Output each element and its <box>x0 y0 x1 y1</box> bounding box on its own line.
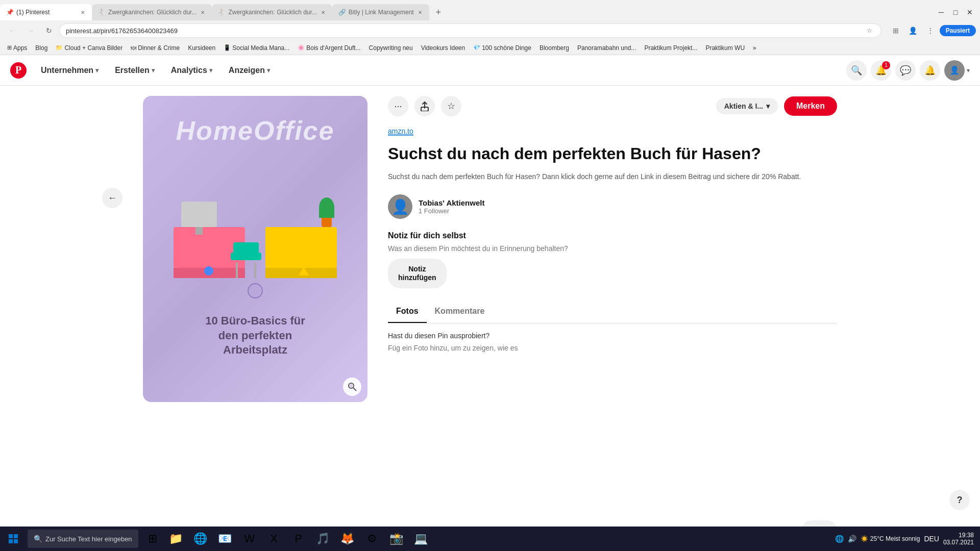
pin-image-wrapper: HomeOffice <box>143 96 368 402</box>
paused-badge[interactable]: Pausiert <box>940 25 976 36</box>
minimize-button[interactable]: ─ <box>935 6 947 18</box>
close-button[interactable]: ✕ <box>964 6 976 18</box>
taskbar-time[interactable]: 19:38 03.07.2021 <box>943 532 974 546</box>
note-section: Notiz für dich selbst Was an diesem Pin … <box>388 231 837 288</box>
apps-icon: ⊞ <box>7 44 12 51</box>
notifications-button[interactable]: 🔔 1 <box>871 60 891 81</box>
bookmark-dinner[interactable]: 🍽 Dinner & Crime <box>128 43 183 53</box>
nav-erstellen[interactable]: Erstellen ▾ <box>109 62 161 79</box>
share-button[interactable] <box>414 96 435 116</box>
nav-analytics[interactable]: Analytics ▾ <box>165 62 218 79</box>
bookmark-praktikum[interactable]: Praktikum Projekt... <box>641 43 700 53</box>
taskbar-app-firefox[interactable]: 🦊 <box>336 528 359 550</box>
taskbar-app-photos[interactable]: 📸 <box>385 528 408 550</box>
bookmark-cloud[interactable]: 📁 Cloud + Canva Bilder <box>53 43 126 53</box>
spotify-icon: 🎵 <box>316 532 330 545</box>
network-icon[interactable]: 🌐 <box>835 535 844 543</box>
bois-icon: 🌸 <box>298 44 305 51</box>
merken-button[interactable]: Merken <box>784 96 837 116</box>
logo-letter: P <box>15 64 21 76</box>
excel-icon: X <box>270 532 278 545</box>
board-dropdown-button[interactable]: Aktien & I... ▾ <box>716 98 778 114</box>
forward-button[interactable]: → <box>22 22 39 39</box>
new-tab-button[interactable]: + <box>431 5 446 19</box>
word-icon: W <box>244 532 255 545</box>
taskbar-app-mail[interactable]: 📧 <box>214 528 236 550</box>
tab-fotos[interactable]: Fotos <box>388 300 427 323</box>
explorer-icon: 📁 <box>169 532 183 545</box>
address-bar: ← → ↻ pinterest.at/pin/61762653640082346… <box>0 20 980 41</box>
tab-rabbit1[interactable]: 🐇 Zwergkaninchen: Glücklich dur... ✕ <box>92 4 212 20</box>
extensions-icon[interactable]: ⊞ <box>888 22 904 39</box>
bookmark-videokurs[interactable]: Videokurs Ideen <box>418 43 469 53</box>
bookmark-blog[interactable]: Blog <box>32 43 51 53</box>
star-button[interactable]: ☆ <box>441 96 461 116</box>
bookmark-bloomberg[interactable]: Bloomberg <box>536 43 572 53</box>
bookmark-100[interactable]: 💎 100 schöne Dinge <box>470 43 534 53</box>
profile-button[interactable]: 👤 ▾ <box>944 60 970 81</box>
author-avatar: 👤 <box>388 194 412 219</box>
tab-bitly[interactable]: 🔗 Bitly | Link Management ✕ <box>332 4 429 20</box>
updates-button[interactable]: 🔔 <box>920 60 940 81</box>
taskbar-weather[interactable]: ☀️ 25°C Meist sonnig <box>861 535 920 542</box>
tab-rabbit2[interactable]: 🐇 Zwergkaninchen: Glücklich dur... ✕ <box>212 4 332 20</box>
bookmark-social[interactable]: 📱 Social Media Mana... <box>220 43 292 53</box>
bookmark-kursideen[interactable]: Kursideen <box>185 43 218 53</box>
taskbar-app-explorer[interactable]: 📁 <box>165 528 187 550</box>
bookmark-panorama[interactable]: Panoramabahn und... <box>574 43 639 53</box>
pinterest-logo[interactable]: P <box>10 62 27 79</box>
nav-anzeigen[interactable]: Anzeigen ▾ <box>223 62 276 79</box>
svg-line-1 <box>353 388 356 391</box>
source-link[interactable]: amzn.to <box>388 127 413 136</box>
start-button[interactable] <box>2 528 24 550</box>
bookmark-copywriting[interactable]: Copywriting neu <box>366 43 416 53</box>
nav-unternehmen[interactable]: Unternehmen ▾ <box>35 62 105 79</box>
back-button[interactable]: ← <box>4 22 20 39</box>
more-options-button[interactable]: ··· <box>388 96 408 116</box>
taskbar-app-terminal[interactable]: 💻 <box>410 528 432 550</box>
pin-author[interactable]: 👤 Tobias' Aktienwelt 1 Follower <box>388 194 837 219</box>
taskbar-app-word[interactable]: W <box>238 528 261 550</box>
tab-close-bitly[interactable]: ✕ <box>417 9 423 16</box>
taskbar-date-display: 03.07.2021 <box>943 539 974 546</box>
mail-icon: 📧 <box>218 532 232 545</box>
tab-close-pinterest[interactable]: ✕ <box>80 9 86 16</box>
bookmark-bois[interactable]: 🌸 Bois d'Argent Duft... <box>295 43 363 53</box>
pin-actions: ··· ☆ Aktien & I... <box>388 96 837 116</box>
search-glass-icon: 🔍 <box>34 535 42 543</box>
bookmark-apps[interactable]: ⊞ Apps <box>4 43 30 53</box>
bookmark-star-icon[interactable]: ☆ <box>865 26 875 36</box>
url-text: pinterest.at/pin/617626536400823469 <box>66 27 865 35</box>
tab-close-rabbit1[interactable]: ✕ <box>200 9 206 16</box>
settings-icon[interactable]: ⋮ <box>922 22 939 39</box>
help-button[interactable]: ? <box>949 490 970 510</box>
messages-button[interactable]: 💬 <box>895 60 916 81</box>
speaker-icon[interactable]: 🔊 <box>848 535 856 543</box>
add-note-button[interactable]: Notiz hinzufügen <box>388 259 447 288</box>
maximize-button[interactable]: □ <box>949 6 962 18</box>
taskbar-app-settings[interactable]: ⚙ <box>361 528 383 550</box>
tab-close-rabbit2[interactable]: ✕ <box>320 9 326 16</box>
search-button[interactable]: 🔍 <box>846 60 867 81</box>
taskbar-task-view[interactable]: ⊞ <box>141 528 164 550</box>
bookmark-more[interactable]: » <box>750 43 760 53</box>
tab-pinterest[interactable]: 📌 (1) Pinterest ✕ <box>0 4 92 20</box>
reload-button[interactable]: ↻ <box>41 22 57 39</box>
back-button[interactable]: ← <box>102 188 122 208</box>
zoom-button[interactable] <box>343 378 361 396</box>
language-indicator[interactable]: DEU <box>924 535 939 543</box>
folder-icon-cloud: 📁 <box>56 44 63 51</box>
firefox-icon: 🦊 <box>340 532 354 545</box>
windows-logo-icon <box>8 534 18 544</box>
tabs: Fotos Kommentare <box>388 300 837 323</box>
taskbar-app-powerpoint[interactable]: P <box>287 528 310 550</box>
taskbar-app-edge[interactable]: 🌐 <box>189 528 212 550</box>
bookmark-wu[interactable]: Praktikum WU <box>702 43 748 53</box>
photos-sub: Füg ein Foto hinzu, um zu zeigen, wie es <box>388 344 837 352</box>
tab-kommentare[interactable]: Kommentare <box>427 300 493 323</box>
url-bar[interactable]: pinterest.at/pin/617626536400823469 ☆ <box>59 23 881 38</box>
taskbar-app-excel[interactable]: X <box>263 528 285 550</box>
taskbar-app-spotify[interactable]: 🎵 <box>312 528 334 550</box>
taskbar-search[interactable]: 🔍 Zur Suche Text hier eingeben <box>28 530 138 548</box>
profile-icon[interactable]: 👤 <box>905 22 921 39</box>
